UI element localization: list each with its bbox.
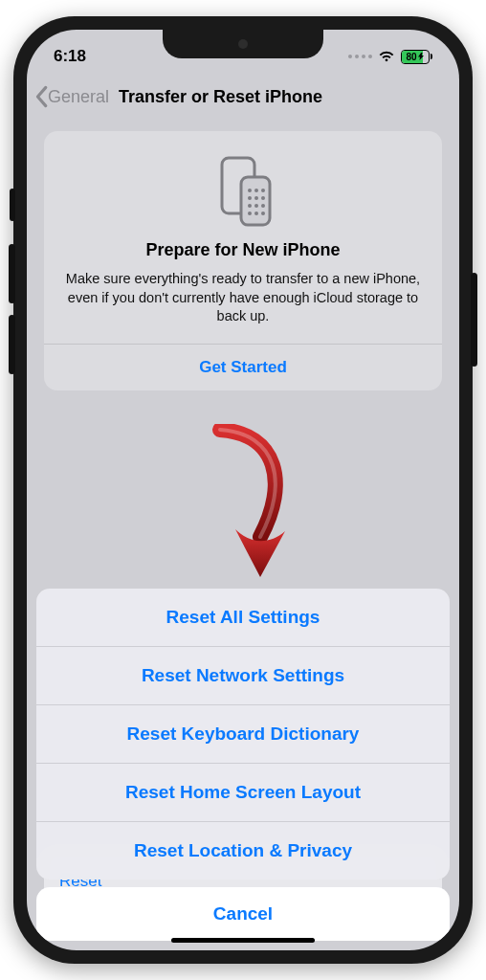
svg-point-5 (248, 196, 252, 200)
reset-location-privacy-option[interactable]: Reset Location & Privacy (36, 821, 450, 880)
mute-switch[interactable] (10, 189, 15, 221)
wifi-icon (378, 50, 395, 63)
action-sheet: Reset All Settings Reset Network Setting… (27, 589, 459, 950)
recording-indicator-dots (348, 55, 372, 58)
svg-point-3 (254, 189, 258, 192)
devices-icon (209, 154, 277, 229)
svg-rect-1 (241, 177, 270, 225)
reset-keyboard-dictionary-option[interactable]: Reset Keyboard Dictionary (36, 704, 450, 763)
svg-point-2 (248, 189, 252, 192)
prepare-card: Prepare for New iPhone Make sure everyth… (44, 131, 442, 390)
phone-frame: 6:18 80 (13, 16, 473, 964)
cancel-button[interactable]: Cancel (36, 887, 450, 941)
back-button[interactable]: General (33, 85, 109, 108)
volume-down-button[interactable] (9, 315, 15, 374)
reset-all-settings-option[interactable]: Reset All Settings (36, 589, 450, 646)
notch (163, 30, 323, 58)
svg-point-13 (261, 212, 265, 215)
svg-point-11 (248, 212, 252, 215)
svg-point-7 (261, 196, 265, 200)
svg-point-8 (248, 204, 252, 208)
battery-indicator: 80 (401, 50, 433, 64)
svg-point-10 (261, 204, 265, 208)
prepare-heading: Prepare for New iPhone (61, 240, 425, 260)
nav-bar: General Transfer or Reset iPhone (27, 76, 459, 118)
page-title: Transfer or Reset iPhone (119, 87, 322, 107)
prepare-body: Make sure everything's ready to transfer… (61, 270, 425, 326)
svg-point-6 (254, 196, 258, 200)
volume-up-button[interactable] (9, 244, 15, 303)
svg-point-12 (254, 212, 258, 215)
back-label: General (48, 87, 109, 107)
reset-home-screen-layout-option[interactable]: Reset Home Screen Layout (36, 763, 450, 821)
svg-point-9 (254, 204, 258, 208)
status-time: 6:18 (54, 47, 86, 66)
svg-point-4 (261, 189, 265, 192)
home-indicator[interactable] (171, 938, 315, 943)
get-started-button[interactable]: Get Started (61, 345, 425, 390)
power-button[interactable] (471, 273, 477, 367)
reset-network-settings-option[interactable]: Reset Network Settings (36, 646, 450, 704)
screen: 6:18 80 (27, 30, 459, 950)
